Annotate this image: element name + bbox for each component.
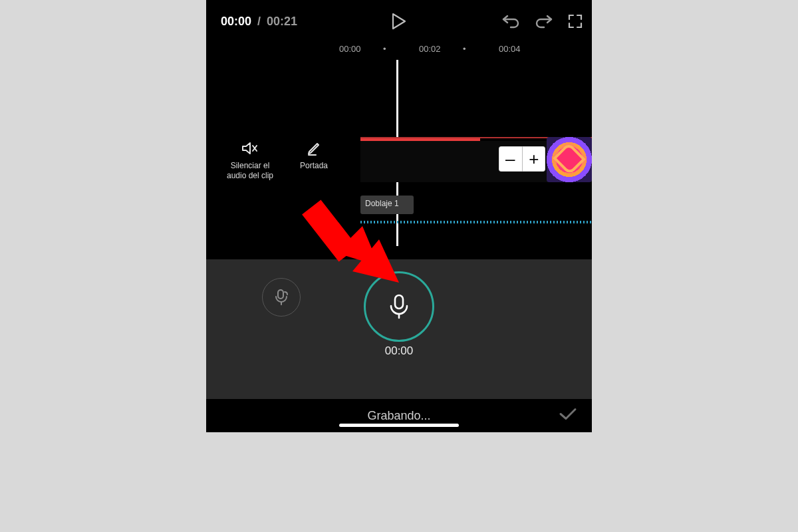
transport-bar: 00:00 / 00:21 xyxy=(206,0,592,43)
undo-button[interactable] xyxy=(501,14,520,29)
clip-thumbnail[interactable] xyxy=(547,137,592,182)
dub-audio-clip[interactable]: Doblaje 1 xyxy=(360,196,414,214)
audio-waveform-track[interactable] xyxy=(360,221,592,223)
time-ruler[interactable]: 00:00 • 00:02 • 00:04 xyxy=(206,41,592,59)
recording-status: Grabando... xyxy=(367,409,430,423)
confirm-button[interactable] xyxy=(559,408,577,424)
zoom-in-button[interactable]: + xyxy=(523,146,546,172)
ruler-dot: • xyxy=(383,44,386,54)
zoom-control: – + xyxy=(499,146,545,172)
play-button[interactable] xyxy=(391,13,407,30)
bottom-bar: Grabando... xyxy=(206,399,592,432)
ruler-tick: 00:04 xyxy=(499,44,521,54)
ruler-tick: 00:00 xyxy=(339,44,361,54)
editor-screen: 00:00 / 00:21 00:00 • xyxy=(206,0,592,432)
ruler-dot: • xyxy=(463,44,466,54)
record-elapsed: 00:00 xyxy=(385,344,414,358)
voice-effect-button[interactable] xyxy=(262,278,301,317)
home-indicator[interactable] xyxy=(339,424,459,427)
record-button[interactable] xyxy=(364,271,434,342)
fullscreen-button[interactable] xyxy=(568,14,583,29)
zoom-out-button[interactable]: – xyxy=(499,146,523,172)
time-separator: / xyxy=(257,15,261,28)
ruler-tick: 00:02 xyxy=(419,44,441,54)
svg-rect-0 xyxy=(278,290,283,299)
total-time: 00:21 xyxy=(267,15,297,28)
recording-panel: 00:00 xyxy=(206,259,592,399)
current-time: 00:00 xyxy=(221,15,251,28)
redo-button[interactable] xyxy=(535,14,553,29)
playback-time: 00:00 / 00:21 xyxy=(221,15,297,29)
svg-rect-1 xyxy=(395,295,403,309)
timeline[interactable]: – + Doblaje 1 xyxy=(206,129,592,262)
